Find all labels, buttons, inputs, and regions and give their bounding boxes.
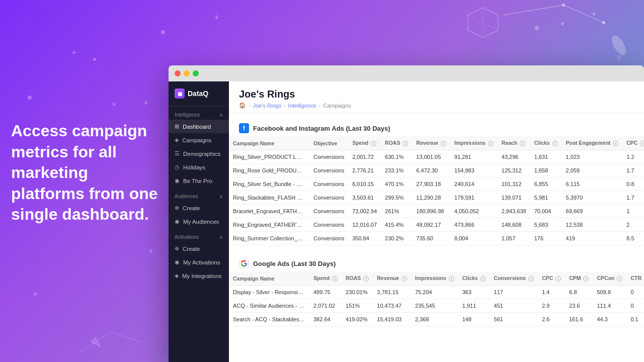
g-col-clicks: Clicks i bbox=[458, 272, 490, 286]
table-cell: 48,092.17 bbox=[412, 218, 450, 232]
g-col-cpcon: CPCon i bbox=[593, 272, 626, 286]
table-cell: 75,204 bbox=[411, 286, 458, 299]
table-cell: 1,057 bbox=[498, 232, 530, 245]
browser-dot-green[interactable] bbox=[193, 70, 199, 76]
table-cell: 363 bbox=[458, 286, 490, 299]
be-the-pro-icon: ◉ bbox=[175, 177, 180, 184]
g-impressions-info[interactable]: i bbox=[449, 276, 454, 282]
reach-info-icon[interactable]: i bbox=[520, 141, 525, 146]
spend-info-icon[interactable]: i bbox=[371, 141, 376, 146]
campaigns-icon: ◈ bbox=[175, 137, 179, 143]
campaign-name-cell: Ring_Engraved_FATHER'S DAY SALE- 6.5.20 bbox=[229, 218, 309, 232]
col-objective: Objective bbox=[309, 136, 348, 150]
google-icon bbox=[239, 258, 249, 268]
sidebar-item-create-audience[interactable]: ⊕ Create bbox=[169, 201, 229, 215]
table-cell: 473,866 bbox=[450, 218, 498, 232]
table-cell: 230.2% bbox=[381, 232, 412, 245]
table-cell: 70,004 bbox=[530, 205, 562, 218]
g-clicks-info[interactable]: i bbox=[480, 276, 486, 282]
table-cell: 2,368 bbox=[411, 313, 458, 326]
g-roas-info[interactable]: i bbox=[363, 276, 369, 282]
my-integrations-icon: ◈ bbox=[175, 273, 179, 279]
sidebar-item-dashboard[interactable]: ⊞ Dashboard bbox=[169, 120, 229, 133]
roas-info-icon[interactable]: i bbox=[403, 141, 408, 146]
table-cell: 350.84 bbox=[348, 232, 381, 245]
table-cell: 2 bbox=[622, 218, 644, 232]
logo-icon: ▣ bbox=[175, 88, 185, 99]
table-cell: 2,071.02 bbox=[309, 299, 342, 313]
facebook-table-header-row: Campaign Name Objective Spend i ROAS i R… bbox=[229, 136, 644, 150]
table-cell: 73,002.94 bbox=[348, 205, 381, 218]
sidebar-item-holidays[interactable]: ◷ Holidays bbox=[169, 160, 229, 174]
g-cpm-info[interactable]: i bbox=[583, 276, 589, 282]
sidebar-item-create-activation[interactable]: ⊕ Create bbox=[169, 242, 229, 255]
table-cell: 43,296 bbox=[498, 150, 530, 164]
table-cell: 499.75 bbox=[309, 286, 342, 299]
sidebar-item-demographics[interactable]: ☰ Demographics bbox=[169, 147, 229, 160]
table-cell: 6,115 bbox=[562, 177, 623, 191]
breadcrumb-joes-rings[interactable]: Joe's Rings bbox=[253, 103, 282, 109]
g-revenue-info[interactable]: i bbox=[401, 276, 407, 282]
table-cell: 3,503.61 bbox=[348, 191, 381, 205]
table-cell: 233.1% bbox=[381, 164, 412, 177]
table-cell: 8,004 bbox=[450, 232, 498, 245]
col-clicks: Clicks i bbox=[530, 136, 562, 150]
page-header: Joe's Rings 🏠 › Joe's Rings › Intelligen… bbox=[229, 81, 644, 113]
clicks-info-icon[interactable]: i bbox=[552, 141, 558, 146]
facebook-table-row: Ring_Silver Set_Bundle - SALEConversions… bbox=[229, 177, 644, 191]
g-col-conversions: Conversions i bbox=[490, 272, 538, 286]
sidebar-item-my-activations[interactable]: ◉ My Activations bbox=[169, 255, 229, 269]
browser-dot-yellow[interactable] bbox=[184, 70, 190, 76]
g-spend-info[interactable]: i bbox=[332, 276, 338, 282]
g-cpc-info[interactable]: i bbox=[555, 276, 561, 282]
content-area: f Facebook and Instagram Ads (Last 30 Da… bbox=[229, 113, 644, 362]
table-cell: 2,059 bbox=[562, 164, 623, 177]
table-cell: 261% bbox=[381, 205, 412, 218]
pe-info-icon[interactable]: i bbox=[613, 141, 618, 146]
table-cell: 117 bbox=[490, 286, 538, 299]
table-cell: 161.6 bbox=[565, 313, 593, 326]
table-cell: 6.8 bbox=[565, 286, 593, 299]
table-cell: 125,312 bbox=[498, 164, 530, 177]
sidebar-item-my-integrations[interactable]: ◈ My Integrations bbox=[169, 269, 229, 283]
col-campaign-name: Campaign Name bbox=[229, 136, 309, 150]
table-cell: Conversions bbox=[309, 150, 348, 164]
table-cell: 415.4% bbox=[381, 218, 412, 232]
impressions-info-icon[interactable]: i bbox=[488, 141, 494, 146]
g-col-ctr: CTR i bbox=[626, 272, 644, 286]
g-cpcon-info[interactable]: i bbox=[617, 276, 622, 282]
g-col-spend: Spend i bbox=[309, 272, 342, 286]
cpc-info-icon[interactable]: i bbox=[640, 141, 644, 146]
col-reach: Reach i bbox=[498, 136, 530, 150]
app-name: DataQ bbox=[188, 89, 208, 98]
revenue-info-icon[interactable]: i bbox=[441, 141, 446, 146]
table-cell: 8.5 bbox=[622, 232, 644, 245]
table-cell: 27,903.18 bbox=[412, 177, 450, 191]
table-cell: 630.1% bbox=[381, 150, 412, 164]
sidebar-item-campaigns[interactable]: ◈ Campaigns bbox=[169, 133, 229, 147]
breadcrumb-intelligence[interactable]: Intelligence bbox=[288, 103, 316, 109]
campaign-name-cell: Ring_Stackables_FLASH SALE - 6.10.20 bbox=[229, 191, 309, 205]
table-cell: Conversions bbox=[309, 177, 348, 191]
table-cell: Conversions bbox=[309, 164, 348, 177]
table-cell: 154,983 bbox=[450, 164, 498, 177]
browser-dot-red[interactable] bbox=[175, 70, 181, 76]
table-cell: 44.3 bbox=[593, 313, 626, 326]
table-cell: 2.9 bbox=[538, 299, 565, 313]
table-cell: 235,545 bbox=[411, 299, 458, 313]
table-cell: 240,614 bbox=[450, 177, 498, 191]
google-table-row: Search - ACQ - Stackables - Shirts - tCP… bbox=[229, 313, 644, 326]
table-cell: 1.4 bbox=[538, 286, 565, 299]
g-conv-info[interactable]: i bbox=[528, 276, 534, 282]
table-cell: 6,472.30 bbox=[412, 164, 450, 177]
sidebar-item-be-the-pro[interactable]: ◉ Be The Pro bbox=[169, 174, 229, 188]
sidebar-item-my-audiences[interactable]: ◉ My Audiences bbox=[169, 215, 229, 228]
g-col-roas: ROAS i bbox=[342, 272, 373, 286]
table-cell: 230.01% bbox=[342, 286, 373, 299]
table-cell: 1,023 bbox=[562, 150, 623, 164]
col-revenue: Revenue i bbox=[412, 136, 450, 150]
table-cell: 5,3970 bbox=[562, 191, 623, 205]
hero-heading: Access campaign metrics for all marketin… bbox=[11, 121, 162, 225]
table-cell: 91,281 bbox=[450, 150, 498, 164]
table-cell: 151% bbox=[342, 299, 373, 313]
